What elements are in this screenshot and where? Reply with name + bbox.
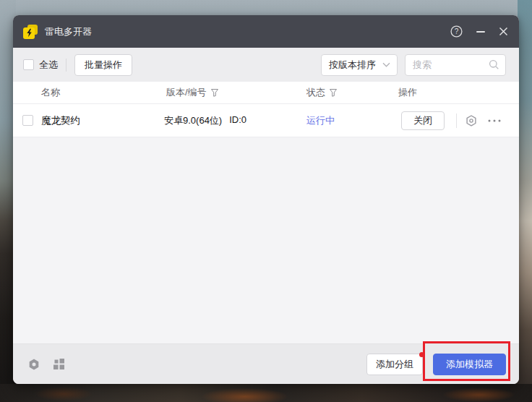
select-all-label[interactable]: 全选 — [39, 59, 58, 72]
row-checkbox[interactable] — [22, 115, 33, 126]
question-circle-icon: ? — [450, 25, 463, 38]
table-row: 魔龙契约 安卓9.0(64位) ID:0 运行中 关闭 — [13, 104, 519, 137]
search-icon — [489, 59, 499, 70]
close-icon — [499, 27, 508, 36]
instance-version: 安卓9.0(64位) — [164, 114, 222, 127]
app-logo-icon — [23, 25, 38, 39]
notification-dot-badge — [419, 352, 424, 357]
settings-gear-icon[interactable] — [27, 358, 40, 371]
column-header-version: 版本/编号 — [166, 86, 207, 99]
row-divider — [456, 114, 457, 128]
toolbar-divider — [66, 59, 66, 72]
chevron-down-icon — [382, 62, 390, 67]
status-running: 运行中 — [306, 114, 335, 127]
table-header: 名称 版本/编号 状态 操作 — [13, 82, 519, 104]
wallpaper-sky-right — [518, 0, 532, 402]
select-all-checkbox[interactable] — [23, 59, 34, 70]
footer-bar: 添加分组 添加模拟器 — [13, 343, 519, 384]
search-box — [405, 54, 506, 76]
lightning-bolt-icon — [26, 28, 33, 38]
close-button[interactable] — [499, 27, 508, 36]
instance-id: ID:0 — [229, 114, 246, 127]
instance-settings-gear-icon[interactable] — [465, 114, 478, 127]
sort-dropdown-value: 按版本排序 — [329, 59, 376, 72]
instance-name: 魔龙契约 — [41, 114, 80, 127]
toolbar: 全选 批量操作 按版本排序 — [13, 48, 519, 82]
column-header-name: 名称 — [41, 86, 60, 99]
sort-dropdown[interactable]: 按版本排序 — [321, 54, 398, 76]
column-header-operations: 操作 — [398, 86, 417, 99]
minimize-button[interactable] — [476, 31, 485, 33]
column-header-status: 状态 — [306, 86, 325, 99]
empty-list-area — [13, 137, 519, 343]
more-options-ellipsis-icon[interactable] — [487, 119, 502, 123]
batch-operations-button[interactable]: 批量操作 — [74, 54, 132, 76]
titlebar: 雷电多开器 ? — [13, 15, 519, 48]
add-emulator-button[interactable]: 添加模拟器 — [433, 354, 506, 375]
help-button[interactable]: ? — [450, 25, 463, 38]
minimize-icon — [476, 31, 485, 33]
ldplayer-multi-window: 雷电多开器 ? 全选 批量操作 — [13, 15, 519, 384]
search-input[interactable] — [413, 59, 489, 70]
wallpaper-rocks-bottom — [0, 384, 532, 402]
grid-layout-icon[interactable] — [53, 358, 65, 370]
filter-funnel-icon[interactable] — [329, 88, 338, 97]
window-title: 雷电多开器 — [45, 25, 92, 38]
add-group-button[interactable]: 添加分组 — [366, 354, 423, 375]
add-group-label: 添加分组 — [376, 358, 413, 371]
filter-funnel-icon[interactable] — [210, 88, 219, 97]
svg-text:?: ? — [455, 27, 459, 35]
close-instance-button[interactable]: 关闭 — [401, 111, 445, 130]
